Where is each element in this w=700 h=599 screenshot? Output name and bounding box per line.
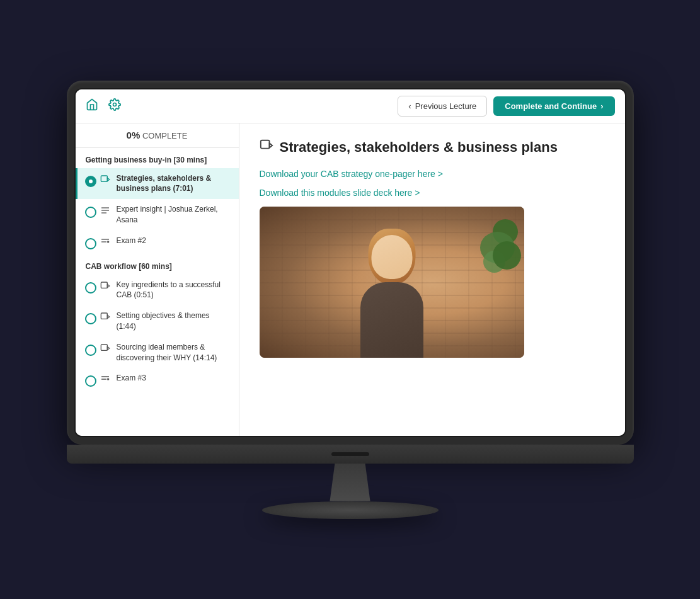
lesson-title-7: Exam #3 bbox=[117, 373, 146, 384]
lesson-title-1: Strategies, stakeholders & business plan… bbox=[117, 173, 231, 195]
video-thumbnail[interactable] bbox=[260, 207, 524, 358]
section-header-1: Getting business buy-in [30 mins] bbox=[76, 148, 239, 168]
svg-point-0 bbox=[113, 103, 116, 106]
lesson-title-4: Key ingredients to a successful CAB (0:5… bbox=[117, 280, 231, 301]
top-bar: ‹ Previous Lecture Complete and Continue… bbox=[76, 89, 625, 123]
lesson-item-5[interactable]: Setting objectives & themes (1:44) bbox=[76, 305, 239, 337]
sidebar: 0% COMPLETE Getting business buy-in [30 … bbox=[76, 123, 239, 436]
lesson-title-3: Exam #2 bbox=[117, 236, 146, 246]
chevron-right-icon: › bbox=[600, 101, 603, 111]
monitor-wrapper: ‹ Previous Lecture Complete and Continue… bbox=[67, 81, 634, 519]
app-container: ‹ Previous Lecture Complete and Continue… bbox=[76, 89, 625, 436]
lecture-title-icon bbox=[260, 139, 273, 156]
monitor-stand-base bbox=[262, 501, 439, 519]
monitor-screen: ‹ Previous Lecture Complete and Continue… bbox=[74, 88, 626, 437]
lesson-item-7[interactable]: Exam #3 bbox=[76, 368, 239, 392]
green-plants bbox=[468, 219, 518, 282]
top-bar-right: ‹ Previous Lecture Complete and Continue… bbox=[398, 96, 614, 117]
lesson-circle-4 bbox=[85, 282, 96, 294]
video-icon-1 bbox=[100, 174, 110, 187]
video-icon-6 bbox=[100, 343, 110, 356]
lesson-item-3[interactable]: Exam #2 bbox=[76, 231, 239, 254]
video-icon-5 bbox=[100, 312, 110, 324]
lesson-title-5: Setting objectives & themes (1:44) bbox=[117, 311, 231, 332]
svg-rect-20 bbox=[260, 140, 269, 148]
lesson-title-2: Expert insight | Joshua Zerkel, Asana bbox=[117, 204, 231, 225]
lecture-title-text: Strategies, stakeholders & business plan… bbox=[280, 139, 558, 156]
lesson-circle-7 bbox=[85, 375, 96, 387]
svg-marker-11 bbox=[107, 284, 109, 287]
svg-rect-14 bbox=[101, 345, 107, 350]
prev-btn-label: Previous Lecture bbox=[415, 101, 477, 111]
monitor-stand-neck bbox=[325, 464, 376, 501]
lecture-title: Strategies, stakeholders & business plan… bbox=[260, 139, 605, 156]
progress-container: 0% COMPLETE bbox=[76, 123, 239, 148]
download-link-1[interactable]: Download your CAB strategy one-pager her… bbox=[260, 169, 605, 179]
chevron-left-icon: ‹ bbox=[408, 101, 411, 111]
lesson-circle-2 bbox=[85, 207, 96, 218]
lesson-circle-5 bbox=[85, 313, 96, 324]
lesson-item-6[interactable]: Sourcing ideal members & discovering the… bbox=[76, 337, 239, 368]
progress-text: 0% COMPLETE bbox=[127, 131, 188, 140]
progress-label: COMPLETE bbox=[142, 131, 188, 140]
top-bar-left bbox=[86, 98, 121, 113]
lesson-circle-3 bbox=[85, 238, 96, 249]
lesson-circle-6 bbox=[85, 345, 96, 356]
svg-marker-2 bbox=[107, 178, 109, 181]
lesson-item-1[interactable]: Strategies, stakeholders & business plan… bbox=[76, 168, 239, 200]
download-link-2[interactable]: Download this modules slide deck here > bbox=[260, 188, 605, 198]
lesson-item-2[interactable]: Expert insight | Joshua Zerkel, Asana bbox=[76, 199, 239, 231]
complete-continue-button[interactable]: Complete and Continue › bbox=[493, 96, 614, 116]
monitor-body: ‹ Previous Lecture Complete and Continue… bbox=[67, 81, 634, 445]
content-area: Strategies, stakeholders & business plan… bbox=[239, 123, 625, 436]
quiz-icon-3 bbox=[100, 237, 110, 249]
section-header-2: CAB workflow [60 mins] bbox=[76, 254, 239, 275]
svg-rect-10 bbox=[101, 282, 107, 288]
quiz-icon-7 bbox=[100, 374, 110, 387]
home-icon[interactable] bbox=[86, 98, 98, 113]
text-icon-2 bbox=[100, 205, 110, 218]
video-thumbnail-inner bbox=[260, 207, 524, 358]
svg-marker-21 bbox=[269, 143, 272, 147]
video-icon-4 bbox=[100, 281, 110, 294]
prev-lecture-button[interactable]: ‹ Previous Lecture bbox=[398, 96, 487, 117]
lesson-circle-1 bbox=[85, 176, 96, 187]
svg-marker-13 bbox=[107, 316, 109, 319]
monitor-chin bbox=[67, 445, 634, 464]
main-content: 0% COMPLETE Getting business buy-in [30 … bbox=[76, 123, 625, 436]
progress-percent: 0% bbox=[127, 130, 141, 140]
svg-rect-12 bbox=[101, 313, 107, 319]
svg-marker-15 bbox=[107, 346, 109, 350]
lesson-item-4[interactable]: Key ingredients to a successful CAB (0:5… bbox=[76, 275, 239, 306]
person-figure bbox=[335, 225, 449, 358]
svg-rect-1 bbox=[101, 176, 107, 181]
complete-btn-label: Complete and Continue bbox=[505, 101, 597, 111]
lesson-title-6: Sourcing ideal members & discovering the… bbox=[117, 342, 231, 363]
gear-icon[interactable] bbox=[108, 98, 121, 113]
